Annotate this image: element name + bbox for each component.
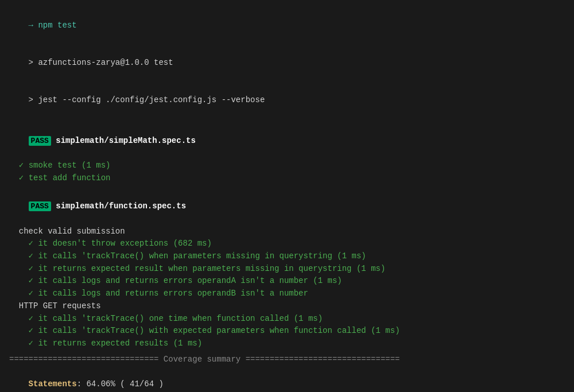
pass2-test6: ✓ it calls 'trackTrace() one time when f…: [9, 313, 565, 325]
pass2-test7: ✓ it calls 'trackTrace() with expected p…: [9, 325, 565, 337]
arrow-icon: → npm test: [29, 21, 77, 30]
output-line1: > azfunctions-zarya@1.0.0 test: [9, 44, 565, 81]
npm-command-line: → npm test: [9, 7, 565, 44]
pass1-header: PASS simplemath/simpleMath.spec.ts: [9, 122, 565, 160]
output-line2: > jest --config ./config/jest.config.js …: [9, 81, 565, 119]
pass1-file: simplemath/simpleMath.spec.ts: [51, 136, 196, 145]
pass2-test3: ✓ it returns expected result when parame…: [9, 263, 565, 275]
pass2-suite1: check valid submission: [9, 226, 565, 238]
terminal: → npm test > azfunctions-zarya@1.0.0 tes…: [9, 7, 565, 392]
pass2-test2: ✓ it calls 'trackTrace() when parameters…: [9, 250, 565, 263]
pass2-test1: ✓ it doesn't throw exceptions (682 ms): [9, 238, 565, 250]
divider1: =============================== Coverage…: [9, 354, 565, 366]
pass1-test2: ✓ test add function: [9, 172, 565, 185]
pass2-badge: PASS: [29, 201, 51, 211]
pass2-header: PASS simplemath/function.spec.ts: [9, 188, 565, 226]
pass2-test8: ✓ it returns expected results (1 ms): [9, 337, 565, 350]
pass1-test1: ✓ smoke test (1 ms): [9, 160, 565, 172]
pass2-test5: ✓ it calls logs and returns errors opera…: [9, 288, 565, 300]
pass2-file: simplemath/function.spec.ts: [51, 201, 186, 211]
pass2-test4: ✓ it calls logs and returns errors opera…: [9, 275, 565, 288]
cov-statements: Statements: 64.06% ( 41/64 ): [9, 366, 565, 392]
pass2-suite2: HTTP GET requests: [9, 300, 565, 313]
pass1-badge: PASS: [29, 136, 51, 146]
